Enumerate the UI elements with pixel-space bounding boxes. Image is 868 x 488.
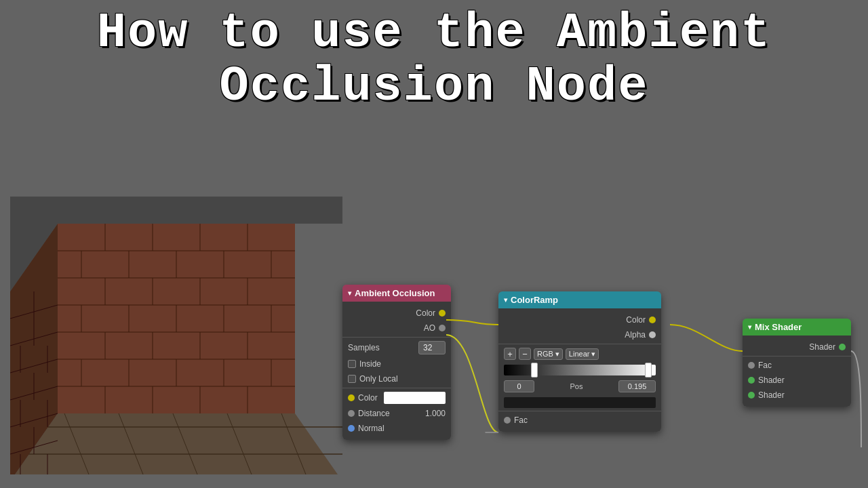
- ao-inside-row: Inside: [342, 357, 451, 371]
- scene-area: [10, 197, 342, 474]
- ao-distance-label: Distance: [358, 409, 422, 418]
- ao-color-socket[interactable]: [439, 310, 446, 317]
- cr-chevron-icon: ▾: [504, 296, 507, 304]
- ao-onlylocal-row: Only Local: [342, 371, 451, 386]
- ao-onlylocal-label: Only Local: [359, 374, 398, 384]
- cr-color-out-socket[interactable]: [649, 317, 656, 323]
- cr-alpha-out-socket[interactable]: [649, 331, 656, 338]
- cr-alpha-out-row: Alpha: [498, 327, 661, 342]
- cr-color-out-row: Color: [498, 312, 661, 327]
- ao-samples-field[interactable]: 32: [418, 341, 446, 354]
- ao-color-in-row: Color: [342, 390, 451, 406]
- ao-distance-row: Distance 1.000: [342, 406, 451, 421]
- cr-controls-row: + − RGB ▾ Linear ▾: [498, 346, 661, 362]
- cr-fac-row: Fac: [498, 413, 661, 428]
- mix-node-title: Mix Shader: [755, 322, 802, 332]
- ao-samples-label: Samples: [348, 343, 415, 352]
- mix-shader-out-socket[interactable]: [839, 344, 846, 350]
- cr-alpha-out-label: Alpha: [625, 330, 646, 340]
- brick-scene-svg: [10, 197, 342, 474]
- ao-chevron-icon: ▾: [348, 289, 351, 297]
- ao-node-title: Ambient Occlusion: [355, 288, 435, 298]
- cr-add-btn[interactable]: +: [504, 348, 516, 360]
- mix-shader1-label: Shader: [758, 375, 785, 385]
- cr-pos-row: 0 Pos 0.195: [498, 378, 661, 394]
- ao-normal-label: Normal: [358, 424, 384, 433]
- ao-distance-value: 1.000: [425, 409, 446, 418]
- mixshader-node: ▾ Mix Shader Shader Fac Shader Shader: [743, 319, 851, 407]
- cr-handle-right[interactable]: [645, 363, 652, 378]
- ao-samples-row: Samples 32: [342, 339, 451, 357]
- cr-node-header[interactable]: ▾ ColorRamp: [498, 291, 661, 308]
- cr-node-body: Color Alpha + − RGB ▾ Linear ▾: [498, 308, 661, 432]
- cr-fac-label: Fac: [514, 415, 528, 425]
- ao-onlylocal-checkbox[interactable]: [348, 375, 356, 383]
- mix-shader2-socket[interactable]: [748, 392, 755, 399]
- ao-node-body: Color AO Samples 32 Inside Only Local: [342, 302, 451, 440]
- mix-node-body: Shader Fac Shader Shader: [743, 336, 851, 407]
- ao-ao-row: AO: [342, 321, 451, 336]
- cr-pos-value[interactable]: 0.195: [618, 380, 656, 392]
- mix-shader-out-label: Shader: [809, 342, 835, 352]
- cr-linear-label: Linear: [569, 350, 590, 358]
- colorramp-node: ▾ ColorRamp Color Alpha + − RGB ▾ Linear…: [498, 291, 661, 432]
- mix-shader1-socket[interactable]: [748, 377, 755, 384]
- ao-inside-label: Inside: [359, 359, 381, 369]
- ao-ao-label: AO: [424, 323, 435, 333]
- mix-chevron-icon: ▾: [748, 323, 751, 331]
- title-line2: Occlusion Node: [0, 60, 868, 114]
- ao-node-header[interactable]: ▾ Ambient Occlusion: [342, 285, 451, 302]
- ao-inside-checkbox[interactable]: [348, 360, 356, 368]
- mix-shader2-row: Shader: [743, 388, 851, 403]
- ao-node: ▾ Ambient Occlusion Color AO Samples 32 …: [342, 285, 451, 440]
- ao-normal-socket[interactable]: [348, 425, 355, 432]
- cr-rgb-label: RGB: [537, 350, 553, 358]
- ao-color-in-label: Color: [358, 393, 378, 403]
- ao-normal-row: Normal: [342, 421, 451, 436]
- cr-node-title: ColorRamp: [511, 295, 558, 305]
- cr-gradient-bar[interactable]: [504, 365, 656, 375]
- cr-pos-label: Pos: [537, 382, 616, 390]
- title-area: How to use the Ambient Occlusion Node: [0, 7, 868, 114]
- ao-ao-socket[interactable]: [439, 325, 446, 331]
- ao-distance-socket[interactable]: [348, 410, 355, 417]
- cr-color-black-bar[interactable]: [504, 397, 656, 408]
- cr-fac-socket[interactable]: [504, 417, 511, 424]
- ao-color-row: Color: [342, 306, 451, 321]
- title-line1: How to use the Ambient: [0, 7, 868, 60]
- cr-pos-zero[interactable]: 0: [504, 380, 534, 392]
- mix-fac-label: Fac: [758, 361, 772, 370]
- mix-shader2-label: Shader: [758, 390, 785, 400]
- mix-fac-socket[interactable]: [748, 362, 755, 369]
- cr-linear-dropdown[interactable]: Linear ▾: [566, 348, 599, 360]
- cr-rgb-dropdown[interactable]: RGB ▾: [534, 348, 563, 360]
- cr-handle-left[interactable]: [531, 363, 538, 378]
- ao-color-swatch[interactable]: [384, 392, 446, 404]
- mix-fac-row: Fac: [743, 358, 851, 373]
- ao-samples-value: 32: [423, 343, 432, 352]
- cr-remove-btn[interactable]: −: [519, 348, 531, 360]
- mix-shader1-row: Shader: [743, 373, 851, 388]
- cr-linear-chevron: ▾: [591, 350, 595, 359]
- ao-color-in-socket[interactable]: [348, 394, 355, 401]
- ao-color-label: Color: [416, 308, 435, 318]
- cr-rgb-chevron: ▾: [555, 350, 559, 359]
- cr-color-out-label: Color: [626, 315, 646, 325]
- mix-node-header[interactable]: ▾ Mix Shader: [743, 319, 851, 336]
- mix-shader-out-row: Shader: [743, 340, 851, 354]
